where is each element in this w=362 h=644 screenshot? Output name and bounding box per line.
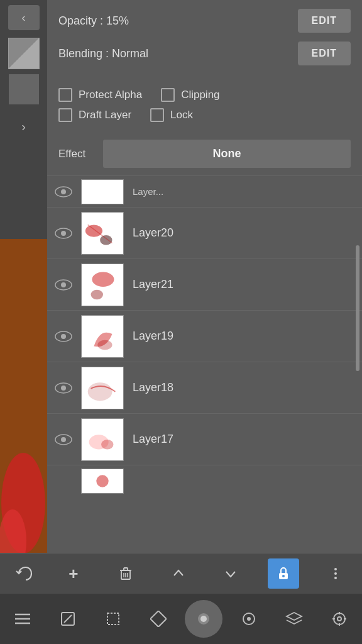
eye-icon-partial-bottom[interactable] [52,470,75,492]
draft-layer-box [58,108,72,122]
layer-row-layer21[interactable]: Layer21 [47,258,362,310]
more-options-button[interactable] [320,558,351,589]
svg-point-15 [92,272,114,286]
svg-point-24 [88,382,112,401]
layer-row-layer17[interactable]: Layer17 [47,413,362,465]
svg-point-20 [97,340,112,350]
svg-point-16 [91,289,103,299]
svg-point-42 [334,577,337,579]
layer-thumb-layer20 [81,212,124,255]
svg-point-40 [334,568,337,570]
back-button[interactable]: ‹ [8,5,40,30]
svg-point-29 [101,440,113,450]
canvas-small-thumbnail [9,74,39,104]
draft-layer-checkbox[interactable]: Draft Layer [58,108,131,122]
layer-row-layer20[interactable]: Layer20 [47,207,362,258]
clipping-label: Clipping [181,89,219,101]
effect-row: Effect None [47,140,362,175]
undo-icon [15,565,33,582]
lock-label: Lock [170,109,193,121]
layer-row-partial-top[interactable]: Layer... [47,175,362,207]
eye-icon-layer18[interactable] [52,377,75,399]
nav-settings-button[interactable] [321,600,358,638]
clipping-box [161,88,175,102]
add-layer-button[interactable]: + [58,558,89,589]
svg-point-53 [247,617,251,621]
protect-alpha-box [58,88,72,102]
scrollbar[interactable] [356,245,359,371]
eye-icon-partial[interactable] [52,180,75,203]
main-panel: Opacity : 15% EDIT Blending : Normal EDI… [47,0,362,579]
effect-label: Effect [58,148,93,160]
protect-alpha-label: Protect Alpha [79,89,142,101]
arrow-down-icon [223,566,238,581]
clipping-checkbox[interactable]: Clipping [161,88,219,102]
trash-icon [118,566,133,581]
eye-icon-layer17[interactable] [52,428,75,451]
nav-menu-button[interactable] [4,600,41,638]
lock-checkbox[interactable]: Lock [150,108,193,122]
blending-label: Blending : Normal [58,47,148,60]
checkbox-row-2: Draft Layer Lock [58,108,351,122]
effect-value[interactable]: None [103,140,351,168]
layer-thumb-layer19 [81,315,124,358]
nav-transform-button[interactable] [140,600,177,638]
eye-icon-layer19[interactable] [52,325,75,348]
checkbox-row-1: Protect Alpha Clipping [58,88,351,102]
nav-brush-button[interactable] [185,600,222,638]
canvas-art-svg [0,239,47,579]
canvas-thumbnail [8,38,40,69]
canvas-preview [0,239,47,579]
layer-row-layer19[interactable]: Layer19 [47,310,362,362]
lock-box [150,108,164,122]
opacity-label: Opacity : 15% [58,14,129,28]
undo-button[interactable] [15,565,33,582]
select-icon [105,611,121,627]
svg-point-7 [61,231,66,236]
move-down-button[interactable] [215,558,246,589]
layers-list: Layer... Layer20 [47,175,362,496]
nav-select-button[interactable] [94,600,132,638]
palette-icon [241,611,257,627]
layer-row-partial-bottom[interactable] [47,465,362,496]
layer-thumb-partial-top [81,179,124,204]
svg-marker-54 [287,613,302,620]
layer-thumb-layer18 [81,367,124,409]
svg-point-10 [100,235,112,245]
layer-thumb-layer17 [81,418,124,461]
bottom-toolbar: + [47,553,362,594]
lock-layer-button[interactable] [268,558,299,589]
nav-layers-button[interactable] [275,600,313,638]
opacity-row: Opacity : 15% EDIT [58,9,351,33]
svg-point-5 [61,189,66,194]
svg-point-39 [282,575,285,577]
delete-layer-button[interactable] [110,558,141,589]
edit-icon [60,611,76,627]
checkboxes-area: Protect Alpha Clipping Draft Layer Lock [47,83,362,135]
opacity-edit-button[interactable]: EDIT [298,9,351,33]
layer-thumb-layer21 [81,264,124,306]
move-up-button[interactable] [163,558,194,589]
layer-name-layer21: Layer21 [133,278,173,291]
protect-alpha-checkbox[interactable]: Protect Alpha [58,88,142,102]
settings-area: Opacity : 15% EDIT Blending : Normal EDI… [47,0,362,83]
svg-point-9 [85,225,102,236]
expand-arrow[interactable]: › [13,116,35,138]
nav-palette-button[interactable] [230,600,268,638]
settings-icon [331,611,348,627]
eye-icon-layer21[interactable] [52,274,75,296]
layer-name-layer20: Layer20 [133,226,173,240]
undo-area [0,553,47,594]
add-icon: + [69,564,78,584]
eye-icon-layer20[interactable] [52,222,75,245]
svg-point-31 [96,475,108,487]
back-icon: ‹ [22,11,26,25]
bottom-nav [0,594,362,644]
nav-edit-button[interactable] [49,600,87,638]
svg-point-56 [337,617,341,621]
layer-row-layer18[interactable]: Layer18 [47,362,362,413]
blending-edit-button[interactable]: EDIT [298,42,351,65]
layer-name-layer17: Layer17 [133,433,173,446]
svg-rect-49 [150,611,166,626]
hamburger-icon [14,612,31,626]
